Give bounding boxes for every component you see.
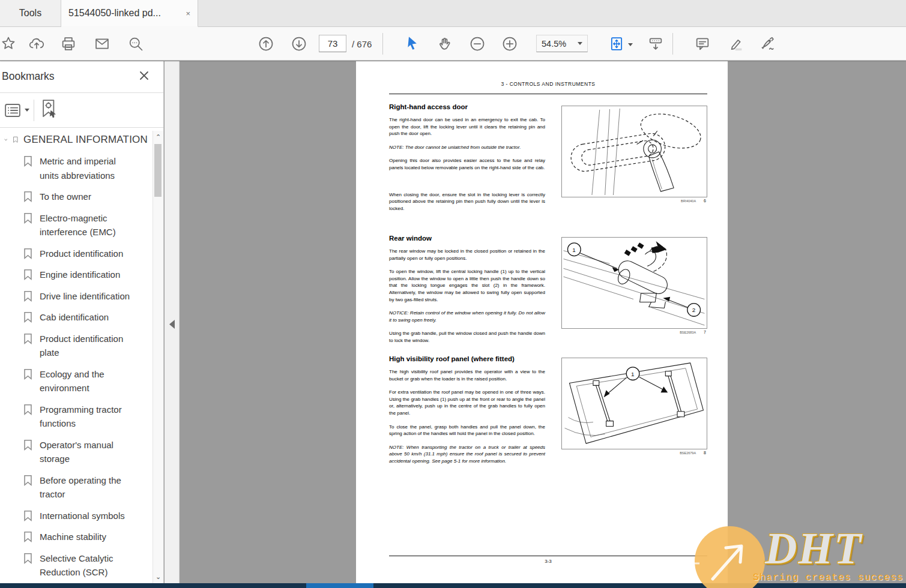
section-rear-window: Rear window The rear window may be locke…: [389, 235, 707, 351]
toolbar-divider: [672, 33, 673, 55]
zoom-in-icon[interactable]: [501, 35, 518, 52]
paragraph: The high visibility roof panel provides …: [389, 368, 545, 382]
figure-roof-panel: 1 BSE2679A 8: [561, 358, 707, 455]
taskbar-edge: [0, 583, 906, 588]
footer-rule: [389, 556, 707, 556]
bookmark-root-general-information[interactable]: GENERAL INFORMATION: [4, 133, 148, 146]
bookmark-icon: [23, 510, 33, 522]
scrollbar-thumb[interactable]: [154, 144, 162, 197]
bookmark-icon: [23, 212, 33, 224]
bookmark-item[interactable]: Before operating thetractor: [23, 473, 148, 502]
page-number-input[interactable]: [319, 35, 346, 52]
email-icon[interactable]: [94, 35, 110, 52]
bookmark-icon: [23, 333, 33, 345]
taskbar-highlight: [306, 583, 373, 588]
bookmark-item[interactable]: Selective CatalyticReduction (SCR): [23, 551, 148, 580]
bookmarks-toolbar: [0, 93, 163, 128]
paragraph: When closing the door, ensure the slot i…: [389, 191, 545, 212]
bookmark-item[interactable]: Programming tractorfunctions: [23, 403, 148, 431]
bookmarks-panel: Bookmarks GENERAL INFORMATION: [0, 61, 164, 583]
note-paragraph: NOTE: When transporting the tractor on a…: [389, 444, 545, 465]
chevron-down-icon[interactable]: [628, 43, 633, 46]
svg-text:1: 1: [572, 247, 575, 253]
bookmark-options-icon[interactable]: [4, 101, 22, 118]
bookmark-icon: [23, 311, 33, 323]
figure-access-door: BRI4040A 6: [561, 106, 707, 203]
figure-number: 7: [704, 330, 706, 334]
note-paragraph: NOTE: The door cannot be unlatched from …: [389, 144, 545, 151]
scroll-up-icon[interactable]: ⌃: [153, 132, 163, 142]
bookmark-item[interactable]: Engine identification: [23, 268, 148, 282]
bookmark-item[interactable]: Cab identification: [23, 310, 148, 325]
figure-caption: BRI4040A 6: [561, 199, 707, 203]
comment-icon[interactable]: [694, 35, 711, 52]
tab-close-icon[interactable]: ×: [186, 10, 190, 17]
bookmark-item[interactable]: International symbols: [23, 509, 148, 523]
figure-caption: BSE2679A 8: [561, 451, 707, 455]
zoom-level-value: 54.5%: [542, 39, 566, 49]
search-icon[interactable]: [127, 35, 144, 52]
bookmark-item[interactable]: Product identificationplate: [23, 332, 148, 360]
bookmarks-scrollbar[interactable]: ⌃ ⌄: [153, 131, 163, 583]
paragraph: To close the panel, grasp both handles a…: [389, 424, 545, 437]
bookmark-icon: [23, 553, 33, 565]
figure-number: 8: [704, 451, 706, 455]
scroll-down-icon[interactable]: ⌄: [153, 572, 163, 582]
paragraph: For extra ventilation the roof panel may…: [389, 389, 545, 416]
paragraph: To open the window, lift the central loc…: [389, 268, 545, 303]
select-tool-cursor-icon[interactable]: [405, 35, 421, 52]
bookmark-icon: [23, 531, 33, 543]
collapse-left-icon[interactable]: [168, 319, 176, 329]
notice-paragraph: NOTICE: Retain control of the window whe…: [389, 310, 545, 323]
bookmark-icon: [23, 439, 33, 451]
fill-and-sign-icon[interactable]: [760, 35, 777, 52]
previous-page-icon[interactable]: [258, 35, 274, 52]
bookmarks-tree: GENERAL INFORMATION Metric and imperialu…: [0, 128, 148, 583]
paragraph: Using the grab handle, pull the window c…: [389, 330, 545, 344]
page-footer-number: 3-3: [389, 559, 707, 564]
tab-tools[interactable]: Tools: [0, 0, 61, 26]
svg-text:1: 1: [631, 371, 634, 377]
panel-collapse-strip[interactable]: [165, 61, 180, 583]
next-page-icon[interactable]: [291, 35, 307, 52]
chevron-down-icon[interactable]: [25, 109, 29, 112]
bookmark-icon: [23, 191, 33, 203]
section-roof-panel: High visibility roof panel (where fitted…: [389, 355, 707, 472]
bookmark-icon: [13, 133, 19, 146]
figure-code: BSE2679A: [680, 451, 696, 455]
zoom-level-dropdown[interactable]: 54.5%: [536, 35, 588, 52]
bookmark-icon: [23, 368, 33, 380]
tab-document[interactable]: 51544050-linked pd... ×: [61, 0, 198, 27]
paragraph: The right-hand door can be used in an em…: [389, 116, 545, 137]
page-header: 3 - CONTROLS AND INSTRUMENTS: [389, 81, 707, 87]
chevron-expand-icon[interactable]: [4, 136, 8, 144]
bookmark-item[interactable]: Product identification: [23, 247, 148, 261]
chevron-down-icon: [578, 42, 582, 45]
bookmark-item[interactable]: Operator's manualstorage: [23, 438, 148, 466]
share-upload-icon[interactable]: [28, 35, 45, 52]
zoom-out-icon[interactable]: [469, 35, 486, 52]
favorites-star-icon[interactable]: [0, 35, 17, 52]
bookmark-item[interactable]: Ecology and theenvironment: [23, 367, 148, 395]
bookmark-item[interactable]: Drive line identification: [23, 289, 148, 304]
bookmarks-header: Bookmarks: [0, 61, 163, 93]
bookmark-item[interactable]: Machine stability: [23, 530, 148, 544]
main-toolbar: / 676 54.5%: [0, 27, 906, 61]
close-panel-icon[interactable]: [138, 70, 150, 82]
document-viewer[interactable]: 3 - CONTROLS AND INSTRUMENTS Right-hand …: [180, 61, 906, 583]
bookmark-icon: [23, 248, 33, 260]
hide-toolbar-icon[interactable]: [647, 35, 664, 52]
bookmark-root-label: GENERAL INFORMATION: [23, 134, 148, 146]
paragraph: The rear window may be locked in the clo…: [389, 248, 545, 262]
bookmark-item[interactable]: Metric and imperialunits abbreviations: [23, 154, 148, 182]
figure-caption: BSE2683A 7: [561, 330, 707, 334]
bookmark-item[interactable]: Electro-magneticinterference (EMC): [23, 211, 148, 239]
hand-pan-tool-icon[interactable]: [436, 35, 453, 52]
fit-page-icon[interactable]: [608, 35, 625, 52]
panel-toolbar-divider: [34, 100, 34, 121]
print-icon[interactable]: [60, 35, 77, 52]
highlighter-icon[interactable]: [728, 35, 744, 52]
svg-text:2: 2: [692, 307, 695, 313]
bookmark-item[interactable]: To the owner: [23, 190, 148, 204]
find-current-bookmark-icon[interactable]: [40, 98, 59, 121]
